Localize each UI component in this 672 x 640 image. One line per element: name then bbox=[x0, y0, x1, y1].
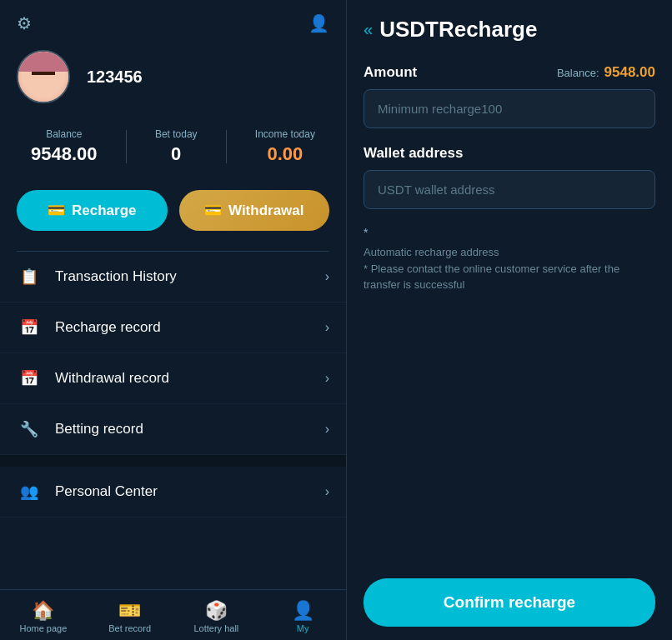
my-label: My bbox=[297, 623, 309, 633]
personal-center-label: Personal Center bbox=[55, 483, 325, 500]
nav-my[interactable]: 👤 My bbox=[259, 597, 346, 637]
menu-item-transaction-history[interactable]: 📋 Transaction History › bbox=[0, 252, 346, 302]
left-header: ⚙ 👤 bbox=[0, 0, 346, 42]
bottom-nav: 🏠 Home page 🎫 Bet record 🎲 Lottery hall … bbox=[0, 589, 346, 640]
withdrawal-icon: 💳 bbox=[204, 202, 222, 219]
right-panel: « USDTRecharge Amount Balance: 9548.00 W… bbox=[346, 0, 672, 640]
withdrawal-button[interactable]: 💳 Withdrawal bbox=[179, 190, 330, 231]
confirm-recharge-button[interactable]: Confirm recharge bbox=[364, 578, 655, 627]
wallet-label: Wallet address bbox=[364, 145, 463, 162]
left-panel: ⚙ 👤 123456 Balance 9548.00 Bet today 0 I… bbox=[0, 0, 346, 640]
income-today-value: 0.00 bbox=[267, 143, 303, 165]
menu-list: 📋 Transaction History › 📅 Recharge recor… bbox=[0, 252, 346, 589]
stat-divider-2 bbox=[226, 130, 227, 163]
transaction-history-label: Transaction History bbox=[55, 268, 325, 285]
bet-today-label: Bet today bbox=[155, 128, 198, 140]
balance-prefix: Balance: bbox=[557, 67, 599, 79]
amount-label: Amount bbox=[364, 64, 417, 81]
lottery-hall-label: Lottery hall bbox=[193, 623, 238, 633]
income-today-label: Income today bbox=[255, 128, 315, 140]
user-icon[interactable]: 👤 bbox=[308, 13, 329, 33]
wallet-input[interactable] bbox=[364, 170, 655, 209]
nav-home[interactable]: 🏠 Home page bbox=[0, 597, 87, 637]
action-buttons: 💳 Recharge 💳 Withdrawal bbox=[0, 182, 346, 251]
balance-display: 9548.00 bbox=[604, 64, 655, 81]
home-icon: 🏠 bbox=[32, 600, 54, 622]
balance-value: 9548.00 bbox=[31, 143, 98, 165]
recharge-record-icon: 📅 bbox=[17, 318, 42, 338]
confirm-btn-container: Confirm recharge bbox=[347, 565, 672, 640]
nav-lottery-hall[interactable]: 🎲 Lottery hall bbox=[173, 597, 260, 637]
info-star: * bbox=[364, 226, 655, 239]
transaction-history-arrow: › bbox=[325, 269, 329, 284]
recharge-record-arrow: › bbox=[325, 320, 329, 335]
right-header: « USDTRecharge bbox=[347, 0, 672, 56]
menu-item-withdrawal-record[interactable]: 📅 Withdrawal record › bbox=[0, 353, 346, 404]
balance-label: Balance bbox=[46, 128, 82, 140]
balance-stat: Balance 9548.00 bbox=[31, 128, 98, 165]
username: 123456 bbox=[87, 68, 143, 87]
bet-record-icon: 🎫 bbox=[118, 600, 141, 622]
balance-info: Balance: 9548.00 bbox=[557, 64, 655, 81]
amount-row: Amount Balance: 9548.00 bbox=[364, 64, 655, 81]
stat-divider-1 bbox=[126, 130, 127, 163]
withdrawal-record-label: Withdrawal record bbox=[55, 370, 325, 387]
info-line1: Automatic recharge address bbox=[364, 244, 655, 261]
avatar bbox=[17, 50, 70, 103]
stats-section: Balance 9548.00 Bet today 0 Income today… bbox=[0, 120, 346, 182]
info-section: * Automatic recharge address * Please co… bbox=[364, 226, 655, 293]
recharge-label: Recharge bbox=[72, 202, 136, 219]
gear-icon[interactable]: ⚙ bbox=[17, 13, 32, 33]
withdrawal-record-icon: 📅 bbox=[17, 368, 42, 388]
info-line2: * Please contact the online customer ser… bbox=[364, 261, 655, 293]
recharge-icon: 💳 bbox=[48, 202, 65, 219]
right-title: USDTRecharge bbox=[379, 17, 537, 42]
personal-center-icon: 👥 bbox=[17, 482, 42, 502]
my-icon: 👤 bbox=[292, 600, 314, 622]
betting-record-arrow: › bbox=[325, 422, 329, 437]
betting-record-label: Betting record bbox=[55, 421, 325, 438]
menu-item-personal-center[interactable]: 👥 Personal Center › bbox=[0, 467, 346, 518]
menu-item-betting-record[interactable]: 🔧 Betting record › bbox=[0, 404, 346, 455]
wallet-row: Wallet address bbox=[364, 145, 655, 162]
amount-input[interactable] bbox=[364, 89, 655, 128]
withdrawal-record-arrow: › bbox=[325, 371, 329, 386]
lottery-hall-icon: 🎲 bbox=[205, 600, 228, 622]
nav-bet-record[interactable]: 🎫 Bet record bbox=[87, 597, 173, 637]
betting-record-icon: 🔧 bbox=[17, 419, 42, 439]
menu-item-recharge-record[interactable]: 📅 Recharge record › bbox=[0, 302, 346, 353]
recharge-button[interactable]: 💳 Recharge bbox=[17, 190, 168, 231]
bet-today-stat: Bet today 0 bbox=[155, 128, 198, 165]
home-label: Home page bbox=[19, 623, 67, 633]
withdrawal-label: Withdrawal bbox=[228, 202, 304, 219]
menu-gap bbox=[0, 455, 346, 467]
personal-center-arrow: › bbox=[325, 484, 329, 499]
right-content: Amount Balance: 9548.00 Wallet address *… bbox=[347, 56, 672, 565]
transaction-history-icon: 📋 bbox=[17, 267, 42, 287]
profile-section: 123456 bbox=[0, 42, 346, 120]
recharge-record-label: Recharge record bbox=[55, 319, 325, 336]
bet-today-value: 0 bbox=[171, 143, 181, 165]
income-today-stat: Income today 0.00 bbox=[255, 128, 315, 165]
back-icon[interactable]: « bbox=[364, 20, 373, 39]
bet-record-label: Bet record bbox=[108, 623, 151, 633]
